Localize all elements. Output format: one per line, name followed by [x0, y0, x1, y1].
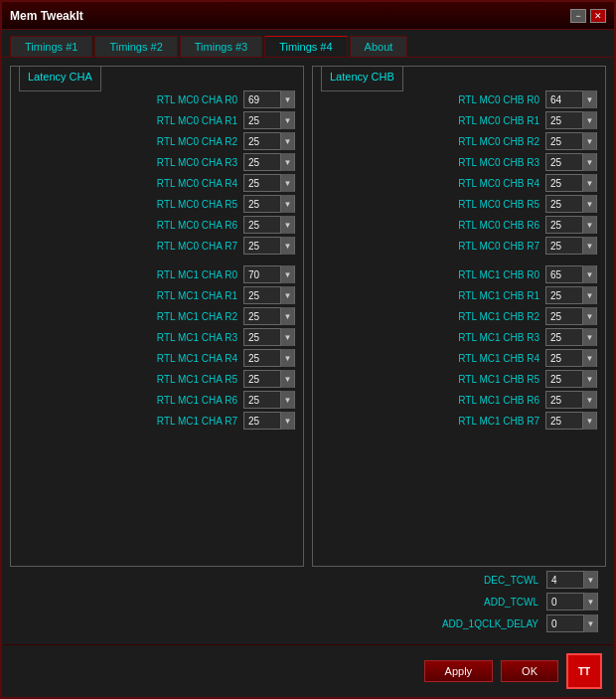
- dropdown[interactable]: 25 ▼: [243, 216, 295, 234]
- dropdown[interactable]: 25 ▼: [243, 132, 295, 150]
- dropdown-arrow[interactable]: ▼: [280, 265, 294, 283]
- dropdown[interactable]: 25 ▼: [243, 412, 295, 430]
- dropdown[interactable]: 25 ▼: [243, 174, 295, 192]
- dropdown-arrow[interactable]: ▼: [280, 153, 294, 171]
- dropdown-arrow[interactable]: ▼: [280, 286, 294, 304]
- dropdown-arrow[interactable]: ▼: [582, 195, 596, 213]
- dropdown[interactable]: 25 ▼: [243, 349, 295, 367]
- dropdown-arrow[interactable]: ▼: [280, 111, 294, 129]
- dropdown[interactable]: 25 ▼: [545, 132, 597, 150]
- dropdown[interactable]: 25 ▼: [243, 370, 295, 388]
- dropdown-arrow[interactable]: ▼: [582, 216, 596, 234]
- row-label: RTL MC0 CHA R0: [157, 94, 237, 105]
- dropdown[interactable]: 70 ▼: [243, 265, 295, 283]
- dropdown-arrow[interactable]: ▼: [582, 349, 596, 367]
- row-label: RTL MC1 CHB R2: [458, 311, 539, 322]
- dec-tcwl-dropdown[interactable]: 4 ▼: [546, 571, 598, 589]
- dec-tcwl-label: DEC_TCWL: [419, 575, 539, 586]
- dropdown-arrow[interactable]: ▼: [582, 265, 596, 283]
- dropdown-arrow[interactable]: ▼: [582, 237, 596, 255]
- dropdown[interactable]: 25 ▼: [545, 237, 597, 255]
- dropdown[interactable]: 64 ▼: [545, 90, 597, 108]
- dropdown[interactable]: 25 ▼: [243, 153, 295, 171]
- dropdown[interactable]: 25 ▼: [545, 153, 597, 171]
- dropdown-arrow[interactable]: ▼: [280, 237, 294, 255]
- dropdown[interactable]: 25 ▼: [545, 216, 597, 234]
- list-item: RTL MC1 CHA R4 25 ▼: [19, 349, 295, 367]
- add-1qclk-value: 0: [547, 618, 583, 629]
- dropdown-arrow[interactable]: ▼: [280, 90, 294, 108]
- minimize-button[interactable]: −: [570, 9, 586, 23]
- add-tcwl-dropdown[interactable]: 0 ▼: [546, 593, 598, 611]
- dropdown[interactable]: 25 ▼: [545, 391, 597, 409]
- close-button[interactable]: ✕: [590, 9, 606, 23]
- dropdown[interactable]: 25 ▼: [243, 111, 295, 129]
- dropdown-value: 25: [546, 199, 582, 210]
- dropdown-arrow[interactable]: ▼: [582, 307, 596, 325]
- list-item: RTL MC1 CHA R0 70 ▼: [19, 265, 295, 283]
- dropdown-arrow[interactable]: ▼: [280, 195, 294, 213]
- dropdown[interactable]: 65 ▼: [545, 265, 597, 283]
- list-item: RTL MC0 CHB R5 25 ▼: [321, 195, 597, 213]
- dropdown-value: 25: [244, 416, 280, 427]
- dropdown-arrow[interactable]: ▼: [582, 132, 596, 150]
- dropdown-arrow[interactable]: ▼: [583, 614, 597, 632]
- row-label: RTL MC1 CHB R5: [458, 374, 539, 385]
- dropdown[interactable]: 25 ▼: [545, 111, 597, 129]
- dropdown-arrow[interactable]: ▼: [280, 307, 294, 325]
- dropdown[interactable]: 25 ▼: [243, 195, 295, 213]
- dropdown-arrow[interactable]: ▼: [583, 571, 597, 589]
- tab-timings4[interactable]: Timings #4: [264, 36, 347, 57]
- tab-timings3[interactable]: Timings #3: [180, 36, 262, 57]
- list-item: RTL MC0 CHA R7 25 ▼: [19, 237, 295, 255]
- dropdown-arrow[interactable]: ▼: [582, 153, 596, 171]
- latency-cha-inner: RTL MC0 CHA R0 69 ▼ RTL MC0 CHA R1 25 ▼: [19, 83, 295, 430]
- dropdown-arrow[interactable]: ▼: [582, 328, 596, 346]
- dropdown[interactable]: 25 ▼: [545, 286, 597, 304]
- dropdown-arrow[interactable]: ▼: [582, 111, 596, 129]
- dropdown-arrow[interactable]: ▼: [280, 216, 294, 234]
- dropdown-arrow[interactable]: ▼: [582, 174, 596, 192]
- dropdown-arrow[interactable]: ▼: [280, 174, 294, 192]
- tab-timings2[interactable]: Timings #2: [94, 36, 177, 57]
- dropdown-arrow[interactable]: ▼: [280, 328, 294, 346]
- dropdown[interactable]: 25 ▼: [545, 174, 597, 192]
- dropdown-arrow[interactable]: ▼: [582, 90, 596, 108]
- latency-cha-title: Latency CHA: [19, 66, 101, 91]
- tab-about[interactable]: About: [350, 36, 408, 57]
- list-item: RTL MC0 CHB R6 25 ▼: [321, 216, 597, 234]
- dropdown[interactable]: 69 ▼: [243, 90, 295, 108]
- dropdown[interactable]: 25 ▼: [243, 391, 295, 409]
- dropdown-arrow[interactable]: ▼: [280, 391, 294, 409]
- dropdown-arrow[interactable]: ▼: [280, 412, 294, 430]
- dropdown-arrow[interactable]: ▼: [280, 349, 294, 367]
- dropdown-arrow[interactable]: ▼: [582, 412, 596, 430]
- dropdown-value: 25: [244, 241, 280, 252]
- dropdown[interactable]: 25 ▼: [243, 307, 295, 325]
- ok-button[interactable]: OK: [501, 660, 558, 682]
- dropdown-arrow[interactable]: ▼: [582, 391, 596, 409]
- dropdown-arrow[interactable]: ▼: [582, 286, 596, 304]
- dropdown[interactable]: 25 ▼: [545, 412, 597, 430]
- list-item: RTL MC1 CHB R3 25 ▼: [321, 328, 597, 346]
- dropdown-arrow[interactable]: ▼: [583, 593, 597, 611]
- dropdown-arrow[interactable]: ▼: [280, 132, 294, 150]
- dropdown-arrow[interactable]: ▼: [280, 370, 294, 388]
- list-item: RTL MC0 CHB R3 25 ▼: [321, 153, 597, 171]
- tab-timings1[interactable]: Timings #1: [10, 36, 92, 57]
- dropdown[interactable]: 25 ▼: [243, 286, 295, 304]
- apply-button[interactable]: Apply: [424, 660, 494, 682]
- row-label: RTL MC1 CHA R1: [157, 290, 237, 301]
- dropdown-value: 25: [546, 353, 582, 364]
- dropdown-value: 25: [244, 353, 280, 364]
- dropdown[interactable]: 25 ▼: [545, 328, 597, 346]
- dropdown[interactable]: 25 ▼: [545, 349, 597, 367]
- dropdown[interactable]: 25 ▼: [545, 370, 597, 388]
- add-1qclk-dropdown[interactable]: 0 ▼: [546, 614, 598, 632]
- dropdown[interactable]: 25 ▼: [243, 328, 295, 346]
- dropdown[interactable]: 25 ▼: [545, 307, 597, 325]
- dropdown[interactable]: 25 ▼: [243, 237, 295, 255]
- dropdown-arrow[interactable]: ▼: [582, 370, 596, 388]
- dropdown[interactable]: 25 ▼: [545, 195, 597, 213]
- row-label: RTL MC1 CHA R7: [157, 416, 237, 427]
